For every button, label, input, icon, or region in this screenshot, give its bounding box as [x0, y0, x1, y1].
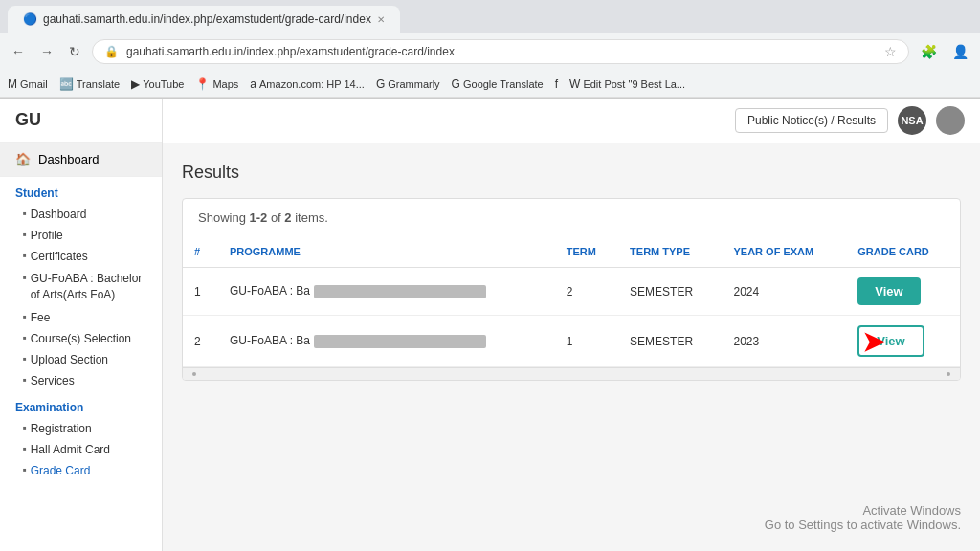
showing-range: 1-2 [249, 210, 267, 225]
tab-close-button[interactable]: ✕ [377, 14, 385, 25]
scroll-indicator [183, 367, 960, 380]
active-tab[interactable]: 🔵 gauhati.samarth.edu.in/index.php/exams… [8, 6, 400, 33]
forward-button[interactable]: → [36, 40, 57, 63]
lock-icon: 🔒 [104, 45, 119, 58]
bookmark-translate[interactable]: 🔤 Translate [59, 77, 120, 91]
showing-of: of [267, 210, 284, 225]
bookmark-gmail[interactable]: M Gmail [8, 77, 48, 91]
sidebar-logo: GU [0, 99, 162, 143]
scroll-dots-left [185, 372, 204, 376]
main-content: Public Notice(s) / Results NSA Results S… [163, 99, 980, 551]
view-button-row2[interactable]: View [858, 325, 924, 357]
sidebar-item-fee[interactable]: Fee [0, 307, 162, 328]
col-term-type: TERM TYPE [618, 236, 722, 268]
maps-icon: 📍 [195, 77, 210, 91]
bookmark-facebook[interactable]: f [555, 77, 558, 91]
col-grade-card: GRADE CARD [846, 236, 960, 268]
showing-count: 2 [284, 210, 291, 225]
sidebar: GU 🏠 Dashboard Student Dashboard Profile… [0, 99, 163, 551]
cell-num: 1 [183, 268, 218, 316]
sidebar-item-label: Registration [31, 422, 92, 435]
redacted-bar [314, 335, 486, 348]
bookmark-grammarly[interactable]: G Grammarly [376, 77, 440, 91]
tab-title: gauhati.samarth.edu.in/index.php/examstu… [43, 12, 371, 26]
public-notice-button[interactable]: Public Notice(s) / Results [735, 108, 888, 133]
sidebar-item-registration[interactable]: Registration [0, 418, 162, 439]
showing-text: Showing 1-2 of 2 items. [183, 199, 960, 236]
browser-chrome: 🔵 gauhati.samarth.edu.in/index.php/exams… [0, 0, 980, 99]
tab-favicon: 🔵 [23, 12, 37, 26]
tab-bar: 🔵 gauhati.samarth.edu.in/index.php/exams… [0, 0, 980, 33]
col-num: # [183, 236, 218, 268]
amazon-icon: a [250, 77, 256, 91]
cell-grade-card: View [846, 316, 960, 367]
star-icon[interactable]: ☆ [884, 44, 897, 59]
sidebar-item-hall-admit-card[interactable]: Hall Admit Card [0, 439, 162, 460]
col-term: TERM [555, 236, 618, 268]
profile-button[interactable]: 👤 [948, 40, 972, 63]
cell-grade-card: View [846, 268, 960, 316]
back-button[interactable]: ← [8, 40, 29, 63]
sidebar-item-gu-foaba[interactable]: GU-FoABA : Bachelor of Arts(Arts FoA) [0, 267, 162, 307]
table-row: 2 GU-FoABA : Ba 1 SEMESTER 2023 ➤ [183, 316, 960, 367]
cell-year: 2024 [723, 268, 847, 316]
google-translate-icon: G [452, 77, 460, 91]
bookmark-label: Grammarly [388, 78, 439, 90]
bookmark-label: Gmail [20, 78, 48, 90]
table-row: 1 GU-FoABA : Ba 2 SEMESTER 2024 View [183, 268, 960, 316]
gmail-icon: M [8, 77, 17, 91]
bookmarks-bar: M Gmail 🔤 Translate ▶ YouTube 📍 Maps a A… [0, 71, 980, 98]
showing-items: items. [292, 210, 328, 225]
scroll-dot [947, 372, 950, 376]
cell-term-type: SEMESTER [618, 268, 722, 316]
top-header: Public Notice(s) / Results NSA [163, 99, 980, 143]
sidebar-item-label: Course(s) Selection [31, 332, 131, 345]
sidebar-item-dashboard[interactable]: Dashboard [0, 204, 162, 225]
scroll-dots-right [939, 372, 958, 376]
url-text: gauhati.samarth.edu.in/index.php/examstu… [126, 45, 877, 58]
reload-button[interactable]: ↻ [65, 40, 84, 63]
table-body: 1 GU-FoABA : Ba 2 SEMESTER 2024 View [183, 268, 960, 367]
bookmark-amazon[interactable]: a Amazon.com: HP 14... [250, 77, 365, 91]
col-programme: PROGRAMME [218, 236, 555, 268]
cell-programme: GU-FoABA : Ba [218, 268, 555, 316]
table-header: # PROGRAMME TERM TERM TYPE YEAR OF EXAM … [183, 236, 960, 268]
facebook-icon: f [555, 77, 558, 91]
examination-section-label: Examination [0, 391, 162, 418]
bookmark-maps[interactable]: 📍 Maps [195, 77, 238, 91]
bookmark-edit-post[interactable]: W Edit Post "9 Best La... [569, 77, 685, 91]
bookmark-label: Amazon.com: HP 14... [259, 78, 365, 90]
sidebar-item-label: Dashboard [31, 208, 87, 221]
sidebar-item-services[interactable]: Services [0, 370, 162, 391]
home-icon: 🏠 [15, 152, 31, 166]
extensions-button[interactable]: 🧩 [917, 40, 941, 63]
cell-term-type: SEMESTER [618, 316, 722, 367]
sidebar-item-label: Hall Admit Card [31, 443, 110, 456]
sidebar-item-courses-selection[interactable]: Course(s) Selection [0, 328, 162, 349]
bookmark-google-translate[interactable]: G Google Translate [452, 77, 544, 91]
cell-term: 1 [555, 316, 618, 367]
translate-icon: 🔤 [59, 77, 74, 91]
sidebar-item-upload-section[interactable]: Upload Section [0, 349, 162, 370]
bookmark-label: Google Translate [463, 78, 544, 90]
results-card: Showing 1-2 of 2 items. # PROGRAMME TERM… [182, 198, 961, 381]
sidebar-item-profile[interactable]: Profile [0, 225, 162, 246]
bookmark-youtube[interactable]: ▶ YouTube [131, 77, 184, 91]
sidebar-item-grade-card[interactable]: Grade Card [0, 460, 162, 481]
view-button-row1[interactable]: View [858, 277, 920, 305]
user-avatar[interactable] [936, 106, 965, 135]
sidebar-item-dashboard-main[interactable]: 🏠 Dashboard [0, 143, 162, 177]
content-area: Results Showing 1-2 of 2 items. # PROGRA… [163, 143, 980, 400]
sidebar-item-label: Services [31, 374, 75, 387]
bookmark-label: Translate [77, 78, 120, 90]
cell-year: 2023 ➤ [723, 316, 847, 367]
nsa-badge[interactable]: NSA [898, 106, 926, 135]
sidebar-item-label: Profile [31, 229, 63, 242]
grammarly-icon: G [376, 77, 385, 91]
bookmark-label: Maps [212, 78, 238, 90]
sidebar-item-certificates[interactable]: Certificates [0, 246, 162, 267]
youtube-icon: ▶ [131, 77, 140, 91]
sidebar-item-label: Certificates [31, 250, 88, 263]
url-box[interactable]: 🔒 gauhati.samarth.edu.in/index.php/exams… [92, 39, 909, 64]
col-year-of-exam: YEAR OF EXAM [723, 236, 847, 268]
